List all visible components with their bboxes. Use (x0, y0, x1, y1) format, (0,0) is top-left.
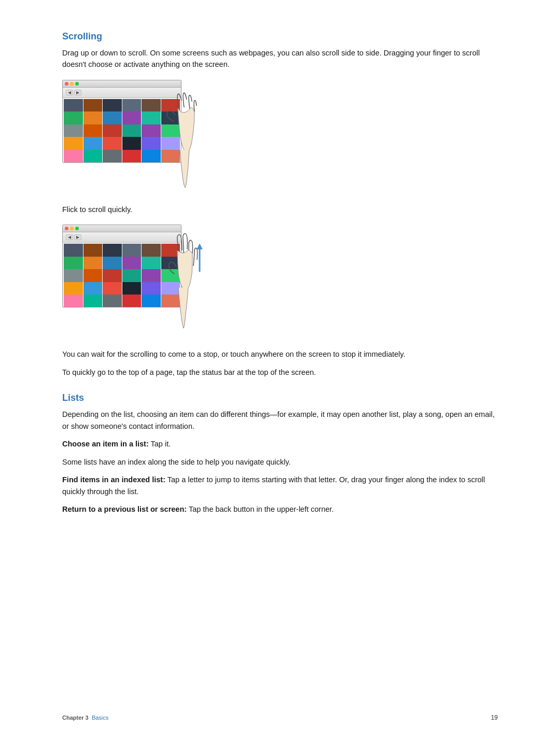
flick-hand-icon (150, 230, 218, 333)
fwd-nav-2: ▶ (74, 234, 81, 240)
minimize-btn (70, 82, 74, 86)
nav-buttons: ◀ ▶ (66, 90, 81, 95)
flick-illustration: ◀ ▶ (62, 225, 498, 336)
scrolling-title: Scrolling (62, 31, 498, 42)
close-btn (65, 82, 68, 86)
minimize-btn-2 (70, 227, 74, 230)
titlebar (63, 80, 181, 88)
lists-item-1: Choose an item in a list: Tap it. (62, 438, 498, 450)
lists-intro: Depending on the list, choosing an item … (62, 409, 498, 432)
chapter-label: Chapter 3 (62, 715, 89, 721)
lists-item-3: Find items in an indexed list: Tap a let… (62, 474, 498, 497)
flick-caption: Flick to scroll quickly. (62, 204, 498, 215)
lists-section: Lists Depending on the list, choosing an… (62, 393, 498, 515)
album-27 (103, 150, 122, 163)
find-indexed-term: Find items in an indexed list: (62, 475, 165, 484)
album-f25 (64, 295, 83, 307)
choose-item-desc: Tap it. (149, 440, 171, 448)
footer-chapter: Chapter 3 Basics (62, 715, 108, 721)
drag-illustration: ◀ ▶ (62, 80, 498, 191)
page-footer: Chapter 3 Basics 19 (62, 714, 498, 721)
close-btn-2 (65, 227, 68, 230)
chapter-name: Basics (92, 715, 108, 721)
return-previous-desc: Tap the back button in the upper-left co… (187, 505, 333, 513)
scrolling-para-3: You can wait for the scrolling to come t… (62, 348, 498, 360)
album-f27 (103, 295, 122, 307)
lists-title: Lists (62, 393, 498, 403)
nav-buttons-2: ◀ ▶ (66, 234, 81, 240)
lists-item-2: Some lists have an index along the side … (62, 456, 498, 468)
scrolling-section: Scrolling Drag up or down to scroll. On … (62, 31, 498, 378)
album-26 (83, 150, 103, 163)
drag-hand-icon (150, 90, 218, 189)
lists-item-4: Return to a previous list or screen: Tap… (62, 503, 498, 515)
scrolling-para-1: Drag up or down to scroll. On some scree… (62, 47, 498, 71)
album-25 (64, 150, 83, 163)
maximize-btn (75, 82, 79, 86)
return-previous-term: Return to a previous list or screen: (62, 505, 187, 513)
album-f28 (122, 295, 142, 307)
scrolling-para-4: To quickly go to the top of a page, tap … (62, 367, 498, 378)
device-drag: ◀ ▶ (62, 80, 213, 191)
choose-item-term: Choose an item in a list: (62, 440, 149, 448)
album-f26 (83, 295, 103, 307)
device-flick: ◀ ▶ (62, 225, 213, 336)
back-nav-2: ◀ (66, 234, 73, 240)
maximize-btn-2 (75, 227, 79, 230)
page-number: 19 (491, 714, 498, 721)
back-nav: ◀ (66, 90, 73, 95)
fwd-nav: ▶ (74, 90, 81, 95)
album-28 (122, 150, 142, 163)
